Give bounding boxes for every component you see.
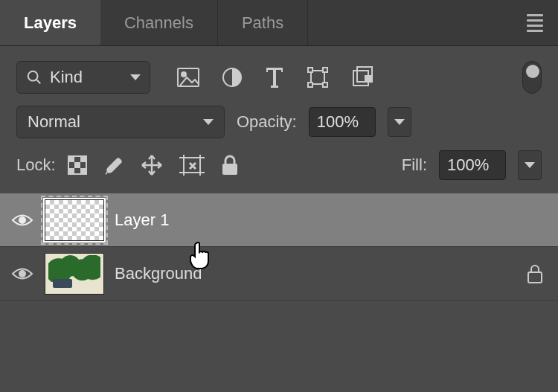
panel-tab-bar: Layers Channels Paths (0, 0, 558, 46)
chevron-down-icon (130, 74, 141, 80)
panel-menu-icon[interactable] (527, 14, 543, 32)
opacity-input[interactable]: 100% (309, 107, 376, 137)
tab-label: Layers (24, 13, 77, 33)
layer-lock-indicator[interactable] (527, 264, 543, 283)
blend-mode-dropdown[interactable]: Normal (16, 106, 225, 138)
tab-layers[interactable]: Layers (0, 0, 100, 45)
lock-label: Lock: (16, 155, 56, 175)
layer-thumbnail[interactable] (45, 199, 104, 241)
blend-mode-value: Normal (28, 112, 80, 132)
tab-label: Channels (124, 13, 193, 33)
svg-rect-17 (68, 168, 74, 174)
image-layer-filter-icon[interactable] (177, 68, 199, 87)
layer-filter-row: Kind (0, 55, 558, 100)
svg-rect-18 (80, 168, 86, 174)
svg-point-0 (28, 71, 38, 81)
svg-rect-6 (308, 68, 312, 72)
svg-line-1 (36, 80, 41, 84)
svg-rect-14 (68, 156, 74, 162)
search-icon (26, 69, 42, 86)
opacity-slider-toggle[interactable] (388, 107, 411, 137)
svg-rect-31 (528, 272, 542, 283)
svg-rect-15 (80, 156, 86, 162)
layers-list: Layer 1 Background (0, 193, 558, 301)
tab-label: Paths (242, 13, 283, 33)
chevron-down-icon (203, 119, 214, 125)
visibility-toggle[interactable] (10, 262, 34, 286)
fill-slider-toggle[interactable] (518, 150, 542, 180)
lock-position-icon[interactable] (141, 154, 163, 176)
lock-artboard-icon[interactable] (179, 155, 205, 176)
svg-rect-12 (365, 75, 372, 83)
layer-name[interactable]: Background (115, 264, 516, 283)
layer-row[interactable]: Layer 1 (0, 193, 558, 247)
chevron-down-icon (394, 119, 405, 125)
svg-rect-9 (323, 83, 327, 87)
eye-icon (11, 266, 33, 282)
svg-rect-16 (74, 162, 80, 168)
fill-value: 100% (447, 155, 489, 175)
lock-row: Lock: (0, 144, 558, 186)
fill-label: Fill: (402, 155, 427, 175)
filter-toggle[interactable] (522, 61, 542, 94)
lock-all-icon[interactable] (221, 155, 239, 176)
svg-rect-8 (308, 83, 312, 87)
layer-row[interactable]: Background (0, 247, 558, 301)
svg-rect-7 (323, 68, 327, 72)
smart-object-filter-icon[interactable] (351, 66, 373, 89)
blend-mode-row: Normal Opacity: 100% (0, 100, 558, 144)
lock-transparency-icon[interactable] (68, 155, 87, 175)
type-layer-filter-icon[interactable] (265, 66, 284, 89)
svg-rect-28 (222, 164, 237, 175)
layer-thumbnail[interactable] (45, 253, 104, 295)
svg-point-29 (19, 217, 25, 223)
layer-name[interactable]: Layer 1 (115, 211, 549, 230)
tab-paths[interactable]: Paths (218, 0, 308, 45)
eye-icon (11, 212, 33, 228)
svg-point-3 (182, 72, 186, 77)
adjustment-layer-filter-icon[interactable] (222, 67, 243, 88)
fill-input[interactable]: 100% (439, 150, 506, 180)
lock-icon (527, 264, 543, 283)
filter-kind-label: Kind (50, 68, 83, 87)
chevron-down-icon (525, 162, 535, 168)
opacity-value: 100% (317, 112, 359, 132)
shape-layer-filter-icon[interactable] (307, 66, 329, 89)
svg-point-30 (19, 271, 25, 277)
lock-paint-icon[interactable] (103, 155, 124, 176)
filter-kind-dropdown[interactable]: Kind (16, 61, 150, 94)
visibility-toggle[interactable] (10, 208, 34, 232)
opacity-label: Opacity: (237, 112, 297, 132)
layers-panel: Kind (0, 46, 558, 392)
tab-channels[interactable]: Channels (100, 0, 218, 45)
